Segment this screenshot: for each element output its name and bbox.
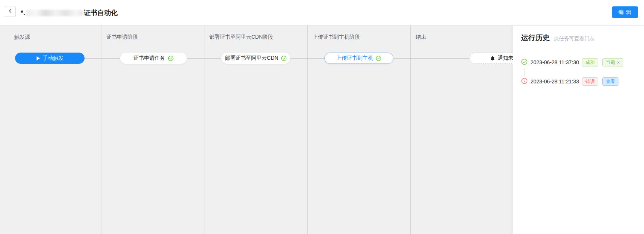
column-label-cert-apply: 证书申请阶段 <box>106 34 138 41</box>
certificate-automation-page: *. 证书自动化 编 辑 触发源 证书申请阶段 部署证书至阿里云CDN阶段 上传… <box>0 0 644 234</box>
node-connector <box>85 58 120 59</box>
node-connector <box>290 58 324 59</box>
play-icon <box>36 56 40 61</box>
title-redacted-blur <box>26 10 83 16</box>
status-badge-success: 成功 <box>582 58 598 66</box>
workflow-canvas: 触发源 证书申请阶段 部署证书至阿里云CDN阶段 上传证书到主机阶段 结束 手动… <box>0 26 644 234</box>
run-history-panel: 运行历史 点任务可查看日志 2023-06-28 11:37:30 成功 当前 … <box>513 26 644 234</box>
page-header: *. 证书自动化 编 辑 <box>0 0 644 26</box>
edit-button[interactable]: 编 辑 <box>612 6 638 18</box>
column-label-end: 结束 <box>416 34 426 41</box>
bell-icon <box>490 56 495 61</box>
status-badge-error: 错误 <box>582 77 598 86</box>
column-divider <box>101 26 101 234</box>
page-title-suffix: 证书自动化 <box>84 8 118 17</box>
view-log-button[interactable]: 查看 <box>602 77 618 86</box>
column-divider <box>204 26 204 234</box>
check-circle-icon <box>281 56 287 61</box>
node-connector <box>393 58 470 59</box>
run-history-hint: 点任务可查看日志 <box>554 35 594 42</box>
check-circle-icon <box>376 56 381 61</box>
node-connector <box>187 58 221 59</box>
run-entry-success[interactable]: 2023-06-28 11:37:30 成功 当前 × <box>521 58 623 67</box>
page-title: *. 证书自动化 <box>21 8 118 18</box>
node-label: 手动触发 <box>43 55 64 62</box>
badge-label: 成功 <box>585 59 595 66</box>
badge-label: 当前 <box>606 59 615 66</box>
run-history-header: 运行历史 点任务可查看日志 <box>521 33 594 43</box>
close-icon[interactable]: × <box>617 60 620 65</box>
node-upload-host[interactable]: 上传证书到主机 <box>324 53 393 64</box>
node-cert-apply-task[interactable]: 证书申请任务 <box>120 53 187 64</box>
error-circle-icon <box>521 78 528 86</box>
run-timestamp: 2023-06-28 11:37:30 <box>531 59 579 65</box>
page-title-prefix: *. <box>21 9 25 17</box>
timeline-connector <box>524 68 525 76</box>
column-label-upload-host: 上传证书到主机阶段 <box>313 34 360 41</box>
column-label-trigger: 触发源 <box>14 34 30 41</box>
column-divider <box>410 26 411 234</box>
check-circle-icon <box>168 56 174 61</box>
column-divider <box>307 26 308 234</box>
badge-label: 错误 <box>585 79 595 85</box>
badge-label: 查看 <box>606 79 615 85</box>
back-button[interactable] <box>5 6 16 17</box>
node-label: 部署证书至阿里云CDN <box>225 55 278 62</box>
run-entry-error[interactable]: 2023-06-28 11:21:33 错误 查看 <box>521 77 618 86</box>
node-manual-trigger[interactable]: 手动触发 <box>15 53 85 64</box>
chevron-left-icon <box>8 8 13 15</box>
run-history-title: 运行历史 <box>521 33 550 43</box>
success-circle-icon <box>521 59 528 66</box>
run-timestamp: 2023-06-28 11:21:33 <box>531 79 579 85</box>
current-badge: 当前 × <box>602 58 623 66</box>
node-label: 上传证书到主机 <box>336 55 373 62</box>
node-deploy-cdn[interactable]: 部署证书至阿里云CDN <box>221 53 290 64</box>
node-label: 证书申请任务 <box>134 55 165 62</box>
column-label-deploy-cdn: 部署证书至阿里云CDN阶段 <box>209 34 273 41</box>
node-label: 通知未 <box>498 55 514 62</box>
